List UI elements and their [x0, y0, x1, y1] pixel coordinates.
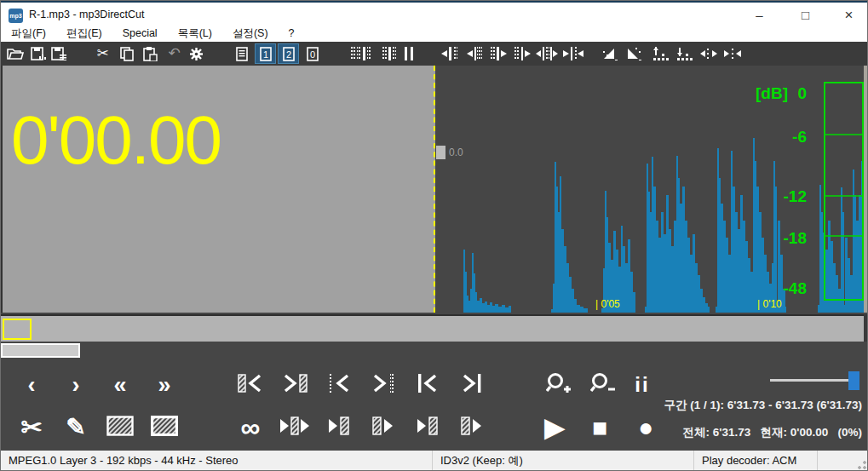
fade-out-button[interactable]	[623, 43, 644, 64]
undo-button[interactable]: ↶	[164, 43, 185, 64]
save-list-button[interactable]	[48, 43, 69, 64]
info-icon: ii	[635, 372, 649, 398]
crossfade-out-button[interactable]	[721, 43, 743, 64]
gear-icon	[189, 47, 204, 61]
menu-edit[interactable]: 편집(E)	[56, 26, 112, 42]
vu-narrow-button[interactable]	[378, 43, 400, 64]
step-forward-button[interactable]: ›	[57, 370, 95, 399]
svg-text:2: 2	[285, 49, 290, 60]
play-around-cut-button[interactable]	[276, 413, 313, 442]
set-begin-button[interactable]	[439, 43, 460, 64]
zoom-out-button[interactable]	[584, 370, 622, 399]
seek-forward-button[interactable]: »	[146, 370, 183, 399]
menu-bar: 파일(F) 편집(E) Special 목록(L) 설정(S) ?	[1, 26, 868, 42]
db-tick-18: -18	[767, 229, 807, 248]
svg-text:1: 1	[262, 49, 267, 60]
gain-down-button[interactable]	[674, 43, 695, 64]
overview-bar[interactable]	[1, 314, 864, 342]
right-edge-strip	[864, 66, 868, 313]
crossfade-out-icon	[724, 47, 741, 60]
part0-button[interactable]: 0	[302, 43, 323, 64]
hatchbar-play-icon	[372, 416, 394, 439]
play-button[interactable]: ▶	[536, 413, 573, 442]
settings-button[interactable]	[186, 43, 207, 64]
set-end-button[interactable]	[488, 43, 509, 64]
overview-selection-rect[interactable]	[3, 319, 32, 340]
play-to-begin-button[interactable]	[320, 413, 358, 442]
volume-slider-handle[interactable]	[848, 371, 859, 390]
vu-wide-button[interactable]	[349, 43, 377, 64]
play-icon: ▶	[544, 415, 564, 440]
begin-step-forward-button[interactable]	[276, 370, 313, 399]
maximize-button[interactable]: □	[785, 4, 825, 27]
set-begin2-button[interactable]	[463, 43, 485, 64]
seek-back-button[interactable]: «	[101, 370, 139, 399]
pencil-icon: ✎	[66, 415, 85, 440]
gain-up-button[interactable]	[650, 43, 671, 64]
zoom-in-button[interactable]	[540, 370, 578, 399]
volume-slider-track[interactable]	[770, 379, 859, 382]
go-to-start-button[interactable]	[409, 370, 446, 399]
open-file-button[interactable]	[4, 43, 26, 64]
part0-icon: 0	[307, 47, 319, 61]
expand-selection-button[interactable]	[534, 43, 560, 64]
pause-display-button[interactable]	[398, 43, 419, 64]
gain-anchor-handle[interactable]	[436, 146, 445, 159]
resize-grip-icon[interactable]	[858, 461, 866, 469]
copy-button[interactable]	[117, 43, 138, 64]
end-step-forward-button[interactable]	[365, 370, 402, 399]
hatchbar-chevron-left-icon	[238, 374, 263, 396]
menu-file[interactable]: 파일(F)	[1, 26, 56, 42]
minimize-button[interactable]: –	[739, 4, 779, 27]
mp3directcut-window: mp3 R-1.mp3 - mp3DirectCut – □ × 파일(F) 편…	[0, 0, 868, 471]
copy-icon	[120, 47, 135, 61]
menu-list[interactable]: 목록(L)	[168, 26, 222, 42]
menu-settings[interactable]: 설정(S)	[222, 26, 279, 42]
fade-out-icon	[626, 47, 641, 60]
step-back-button[interactable]: ‹	[13, 370, 50, 399]
part1-button[interactable]: 1	[255, 43, 276, 64]
part2-button[interactable]: 2	[278, 43, 299, 64]
vu-info-button[interactable]: ii	[624, 370, 661, 399]
fade-in-button[interactable]	[599, 43, 620, 64]
save-audio-button[interactable]	[27, 43, 49, 64]
waveform-area[interactable]: [dB] 0 -6 -12 -18 -48 | 0'05 | 0'10 0.0	[435, 66, 864, 313]
cut-button[interactable]: ✂	[92, 43, 113, 64]
loop-button[interactable]: ∞	[232, 413, 269, 442]
stop-button[interactable]: ■	[581, 413, 618, 442]
hatched-rect-outline-icon	[106, 416, 134, 439]
scrollbar-thumb[interactable]	[1, 343, 80, 358]
title-bar[interactable]: mp3 R-1.mp3 - mp3DirectCut – □ ×	[1, 1, 868, 26]
scissors-icon: ✂	[20, 415, 42, 440]
hatchbar-play2-icon	[461, 416, 483, 439]
begin-step-back-button[interactable]	[232, 370, 269, 399]
totals-info: 전체: 6'31.73 현재: 0'00.00 (0%)	[682, 425, 862, 440]
edit-button[interactable]: ✎	[57, 413, 95, 442]
play-hatchbar-icon	[328, 416, 350, 439]
set-end2-button[interactable]	[512, 43, 533, 64]
record-button[interactable]: ●	[627, 413, 664, 442]
crossfade-in-button[interactable]	[698, 43, 719, 64]
close-button[interactable]: ×	[829, 4, 868, 27]
horizontal-scrollbar[interactable]	[1, 343, 868, 359]
stop-icon: ■	[592, 415, 607, 440]
paste-button[interactable]	[140, 43, 161, 64]
play-from-begin-button[interactable]	[365, 413, 402, 442]
cut-selection-button[interactable]: ✂	[13, 413, 50, 442]
select-region-button[interactable]	[101, 413, 139, 442]
end-step-back-button[interactable]	[320, 370, 358, 399]
menu-help[interactable]: ?	[279, 26, 305, 42]
select-all-button[interactable]	[146, 413, 183, 442]
play-to-end-button[interactable]	[409, 413, 446, 442]
playback-cursor[interactable]	[434, 66, 435, 313]
shrink-selection-button[interactable]	[560, 43, 586, 64]
set-end-icon	[491, 47, 508, 60]
go-to-end-button[interactable]	[453, 370, 491, 399]
control-panel: ‹ › « » ii 구간 (1 / 1): 6'31.73	[1, 359, 868, 451]
menu-special[interactable]: Special	[112, 26, 168, 42]
open-folder-icon	[7, 47, 24, 60]
file-info-button[interactable]	[231, 43, 252, 64]
double-chevron-right-icon: »	[158, 372, 170, 398]
double-chevron-left-icon: «	[113, 372, 126, 398]
play-from-end-button[interactable]	[453, 413, 491, 442]
